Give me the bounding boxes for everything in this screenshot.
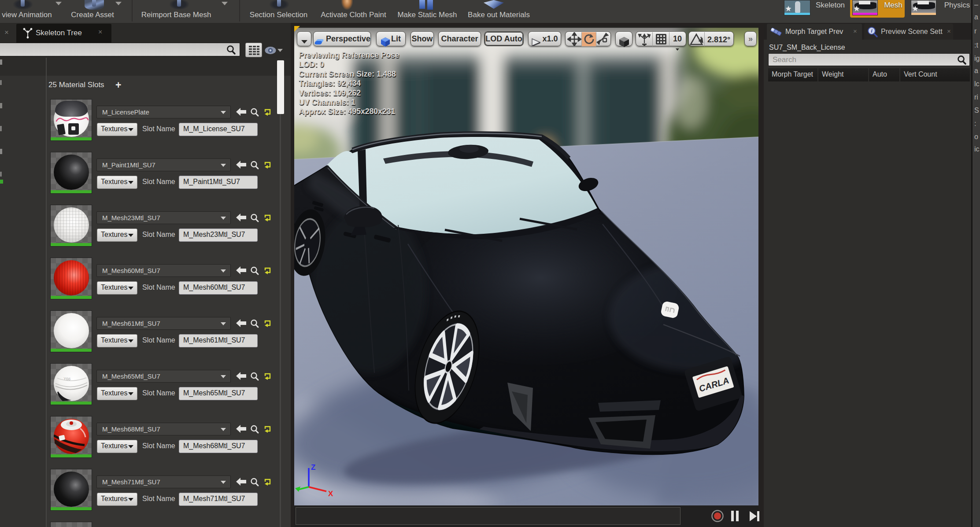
svg-text:Z: Z bbox=[311, 463, 315, 472]
svg-text:Y66: Y66 bbox=[63, 376, 71, 381]
svg-text:X: X bbox=[328, 490, 333, 498]
